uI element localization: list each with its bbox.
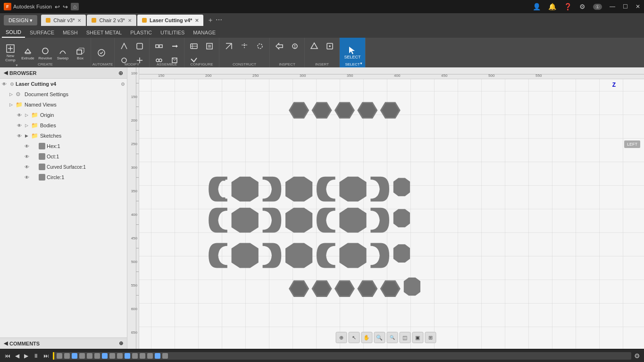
redo-icon[interactable]: ↪ [63,3,68,10]
undo-icon[interactable]: ↩ [55,3,60,10]
canvas-area[interactable]: 100 150 200 250 300 350 400 450 500 550 … [127,67,644,349]
timeline-op-2[interactable] [64,353,70,359]
browser-root[interactable]: 👁 ⚙ Laser Cutting v4 ⚙ [0,79,127,89]
construct-btn2[interactable] [237,39,252,53]
timeline-op-1[interactable] [57,353,62,359]
root-options-icon[interactable]: ⚙ [121,82,125,87]
timeline-op-7[interactable] [102,353,108,359]
browser-bodies[interactable]: 👁 ▷ 📁 Bodies [0,120,127,131]
browser-collapse-icon[interactable]: ◀ [4,70,8,76]
home-icon[interactable]: ⌂ [71,3,79,10]
select-btn[interactable]: SELECT ▼ [342,39,363,66]
svg-rect-4 [25,53,31,54]
box-btn[interactable]: Box [72,39,89,67]
timeline-op-4[interactable] [79,353,85,359]
browser-named-views[interactable]: ▷ 📁 Named Views [0,99,127,110]
tab-chair-v3[interactable]: Chair v3* ✕ [41,15,86,26]
browser-doc-settings[interactable]: ▷ ⚙ Document Settings [0,89,127,99]
user-icon[interactable]: 👤 [533,3,541,10]
tab-mesh[interactable]: MESH [59,27,82,38]
hex1-eye-icon[interactable]: 👁 [25,144,31,149]
design-mode-button[interactable]: DESIGN ▾ [4,15,37,25]
account-icon[interactable]: ⚙ [579,3,585,10]
tab-chair2-v3[interactable]: Chair 2 v3* ✕ [87,15,136,26]
browser-circle1[interactable]: 👁 Circle:1 [0,172,127,182]
modify-btn1[interactable] [117,39,132,53]
configure-btn1[interactable] [186,39,201,53]
insert-btn2[interactable] [322,39,337,53]
timeline-op-10[interactable] [125,353,130,359]
timeline-op-13[interactable] [147,353,153,359]
timeline-rewind-btn[interactable]: ⏮ [4,353,11,359]
nav-pan-btn[interactable]: ↖ [348,332,360,343]
timeline-pause-btn[interactable]: ⏸ [32,353,40,359]
inspect-btn2[interactable] [287,39,302,53]
tab-close-chair2-v3[interactable]: ✕ [128,18,132,23]
timeline-prev-btn[interactable]: ◀ [14,353,20,359]
construct-btn1[interactable] [221,39,236,53]
browser-oct1[interactable]: 👁 Oct:1 [0,151,127,162]
nav-orbit-btn[interactable]: ⊕ [335,332,347,343]
new-component-btn[interactable]: NewComp ▼ [2,39,19,67]
sweep-btn[interactable]: Sweep [54,39,71,67]
browser-options-icon[interactable]: ⊕ [118,70,123,76]
curved-eye-icon[interactable]: 👁 [25,165,31,170]
tab-close-laser-cutting[interactable]: ✕ [195,18,199,23]
close-btn[interactable]: ✕ [636,3,640,10]
tab-utilities[interactable]: UTILITIES [157,27,188,38]
timeline-op-9[interactable] [117,353,123,359]
browser-hex1[interactable]: 👁 Hex:1 [0,141,127,151]
tab-close-chair-v3[interactable]: ✕ [77,18,81,23]
timeline-op-11[interactable] [132,353,138,359]
nav-grab-btn[interactable]: ✋ [361,332,372,343]
assemble-btn1[interactable] [151,39,167,53]
timeline-op-5[interactable] [87,353,92,359]
bodies-eye-icon[interactable]: 👁 [17,123,24,128]
tab-sheet-metal[interactable]: SHEET METAL [83,27,125,38]
tab-options-btn[interactable]: ⋯ [216,16,222,25]
nav-zoom-btn[interactable]: 🔍 [374,332,385,343]
assemble-btn2[interactable] [167,39,182,53]
tab-surface[interactable]: SURFACE [26,27,58,38]
browser-curved-surface[interactable]: 👁 Curved Surfacce:1 [0,162,127,172]
maximize-btn[interactable]: ☐ [623,3,628,10]
minimize-btn[interactable]: — [610,3,615,10]
timeline-settings-btn[interactable]: ⚙ [634,352,640,360]
insert-btn1[interactable] [307,39,322,53]
nav-view1-btn[interactable]: ◫ [399,332,410,343]
timeline-forward-btn[interactable]: ⏭ [42,353,50,359]
circle1-eye-icon[interactable]: 👁 [25,175,31,180]
timeline-op-6[interactable] [94,353,100,359]
comments-expand-icon[interactable]: ◀ [4,340,8,346]
browser-origin[interactable]: 👁 ▷ 📁 Origin [0,110,127,120]
tab-solid[interactable]: SOLID [2,27,25,38]
root-eye-icon[interactable]: 👁 [2,82,8,87]
sketches-eye-icon[interactable]: 👁 [17,133,24,139]
timeline-op-14[interactable] [155,353,160,359]
notification-icon[interactable]: 🔔 [548,3,556,10]
comments-add-icon[interactable]: ⊕ [119,340,123,346]
nav-view3-btn[interactable]: ⊞ [425,332,436,343]
extrude-btn[interactable]: Extrude [19,39,36,67]
timeline-play-btn[interactable]: ▶ [23,353,29,359]
help-icon[interactable]: ❓ [564,3,572,10]
timeline-track[interactable] [53,352,631,360]
nav-zoom-fit-btn[interactable]: 🔍 [386,332,398,343]
nav-view2-btn[interactable]: ▣ [412,332,423,343]
modify-btn2[interactable] [132,39,147,53]
tab-laser-cutting[interactable]: Laser Cutting v4* ✕ [137,15,203,26]
tab-plastic[interactable]: PLASTIC [126,27,156,38]
configure-btn2[interactable] [202,39,217,53]
timeline-op-8[interactable] [109,353,115,359]
timeline-op-15[interactable] [162,353,168,359]
construct-btn3[interactable] [252,39,268,53]
inspect-btn1[interactable] [272,39,287,53]
new-tab-btn[interactable]: ＋ [207,16,214,25]
origin-eye-icon[interactable]: 👁 [17,113,24,118]
browser-sketches[interactable]: 👁 ▶ 📁 Sketches [0,131,127,141]
timeline-op-12[interactable] [140,353,145,359]
oct1-eye-icon[interactable]: 👁 [25,154,31,159]
timeline-op-3[interactable] [72,353,77,359]
hex1-label: Hex:1 [47,143,60,149]
tab-manage[interactable]: MANAGE [189,27,219,38]
